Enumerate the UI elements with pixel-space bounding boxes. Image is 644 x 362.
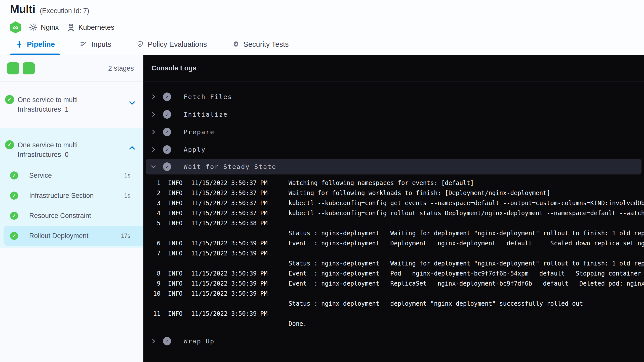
log-line: Done.	[143, 319, 644, 329]
inputs-icon	[80, 40, 88, 48]
log-line-number: 3	[143, 198, 160, 208]
step-item[interactable]: Service1s	[0, 165, 143, 186]
chevron-right-icon[interactable]	[149, 111, 158, 118]
log-line-number: 1	[143, 178, 160, 188]
log-line-number: 4	[143, 208, 160, 218]
tab-security[interactable]: Security Tests	[227, 34, 294, 55]
security-icon	[232, 40, 240, 48]
stage-name: One service to multi Infrastructures_1	[18, 95, 103, 114]
log-timestamp: 11/15/2022 3:50:37 PM	[191, 208, 289, 218]
log-line: 3INFO11/15/2022 3:50:37 PMkubectl --kube…	[143, 198, 644, 208]
log-line: 4INFO11/15/2022 3:50:37 PMkubectl --kube…	[143, 208, 644, 218]
step-item[interactable]: Infrastructure Section1s	[0, 186, 143, 206]
chevron-down-icon[interactable]	[149, 163, 158, 170]
stage-item[interactable]: One service to multi Infrastructures_1	[0, 82, 143, 128]
log-line: Status : nginx-deployment Waiting for de…	[143, 258, 644, 268]
console-step[interactable]: Wait for Steady State	[146, 159, 641, 174]
stage-success-square	[7, 62, 19, 74]
infrastructure-meta: Kubernetes	[66, 23, 114, 32]
console-logs-panel: Console Logs Fetch FilesInitializePrepar…	[143, 55, 644, 362]
log-timestamp: 11/15/2022 3:50:39 PM	[191, 309, 289, 319]
log-message: kubectl --kubeconfig=config rollout stat…	[289, 208, 644, 218]
tab-label: Inputs	[91, 40, 111, 49]
log-level	[168, 319, 191, 329]
step-success-icon	[163, 145, 171, 154]
log-message: kubectl --kubeconfig=config get events -…	[289, 198, 644, 208]
log-line-number	[143, 319, 160, 329]
tab-label: Security Tests	[244, 40, 289, 49]
log-message: Event : nginx-deployment ReplicaSet ngin…	[289, 279, 644, 289]
console-step-label: Initialize	[184, 111, 228, 118]
pipeline-execution-page: Multi (Execution Id: 7) ∞ Nginx	[0, 0, 644, 362]
success-check-icon	[10, 192, 18, 200]
chevron-right-icon[interactable]	[149, 146, 158, 153]
stages-sidebar: 2 stages One service to multi Infrastruc…	[0, 55, 143, 362]
log-message: Status : nginx-deployment Waiting for de…	[289, 258, 644, 268]
step-list: Service1sInfrastructure Section1sResourc…	[0, 163, 143, 246]
infrastructure-name: Kubernetes	[78, 23, 114, 31]
log-line: Status : nginx-deployment deployment "ng…	[143, 299, 644, 309]
gear-icon	[29, 23, 38, 32]
tab-label: Policy Evaluations	[148, 40, 207, 49]
console-step[interactable]: Fetch Files	[143, 88, 644, 106]
stage-success-square	[23, 62, 35, 74]
stage-count: 2 stages	[108, 65, 134, 72]
chevron-up-icon[interactable]	[128, 144, 136, 153]
policy-icon	[136, 40, 144, 48]
chevron-down-icon[interactable]	[128, 99, 136, 108]
log-message	[289, 218, 644, 228]
console-step[interactable]: Prepare	[143, 123, 644, 141]
log-message	[289, 248, 644, 258]
stage-block: One service to multi Infrastructures_1	[0, 82, 143, 128]
step-label: Resource Constraint	[29, 212, 91, 220]
log-message: Event : nginx-deployment Pod nginx-deplo…	[289, 268, 644, 279]
log-timestamp: 11/15/2022 3:50:37 PM	[191, 178, 289, 188]
log-level: INFO	[168, 218, 191, 228]
log-line-number: 11	[143, 309, 160, 319]
tab-policy[interactable]: Policy Evaluations	[131, 34, 212, 55]
console-body: Fetch FilesInitializePrepareApplyWait fo…	[143, 81, 644, 362]
log-level: INFO	[168, 248, 191, 258]
step-item[interactable]: Resource Constraint	[0, 206, 143, 226]
chevron-right-icon[interactable]	[149, 94, 158, 100]
log-line-number: 9	[143, 279, 160, 289]
console-step[interactable]: Wrap Up	[143, 332, 644, 350]
pipeline-icon	[16, 40, 23, 48]
log-timestamp: 11/15/2022 3:50:39 PM	[191, 238, 289, 248]
log-level: INFO	[168, 238, 191, 248]
log-timestamp: 11/15/2022 3:50:39 PM	[191, 289, 289, 299]
log-timestamp: 11/15/2022 3:50:37 PM	[191, 188, 289, 198]
page-title: Multi	[10, 3, 35, 16]
console-step-label: Prepare	[184, 128, 215, 136]
tab-bar: PipelineInputsPolicy EvaluationsSecurity…	[0, 34, 644, 55]
log-level	[168, 299, 191, 309]
log-line: 6INFO11/15/2022 3:50:39 PMEvent : nginx-…	[143, 238, 644, 248]
step-item[interactable]: Rollout Deployment17s	[4, 226, 143, 246]
log-line: 2INFO11/15/2022 3:50:37 PMWaiting for fo…	[143, 188, 644, 198]
console-step[interactable]: Apply	[143, 141, 644, 158]
tab-inputs[interactable]: Inputs	[74, 34, 117, 55]
chevron-right-icon[interactable]	[149, 338, 158, 344]
log-line: 9INFO11/15/2022 3:50:39 PMEvent : nginx-…	[143, 279, 644, 289]
console-step-label: Fetch Files	[184, 93, 232, 101]
stage-summary: 2 stages	[0, 55, 143, 82]
console-step-label: Wrap Up	[184, 338, 215, 345]
tab-label: Pipeline	[27, 40, 55, 49]
chevron-right-icon[interactable]	[149, 129, 158, 135]
log-message	[289, 289, 644, 299]
stage-list: One service to multi Infrastructures_1On…	[0, 82, 143, 248]
service-name: Nginx	[41, 23, 59, 31]
log-level: INFO	[168, 268, 191, 279]
step-label: Rollout Deployment	[29, 232, 89, 240]
log-timestamp: 11/15/2022 3:50:39 PM	[191, 279, 289, 289]
step-success-icon	[163, 93, 171, 101]
log-line: 5INFO11/15/2022 3:50:38 PM	[143, 218, 644, 228]
success-check-icon	[10, 171, 18, 179]
stage-item[interactable]: One service to multi Infrastructures_0	[0, 128, 143, 163]
console-step[interactable]: Initialize	[143, 106, 644, 123]
tab-pipeline[interactable]: Pipeline	[10, 34, 60, 55]
log-timestamp	[191, 299, 289, 309]
log-line-number: 5	[143, 218, 160, 228]
step-duration: 1s	[124, 172, 130, 179]
log-line-number: 2	[143, 188, 160, 198]
